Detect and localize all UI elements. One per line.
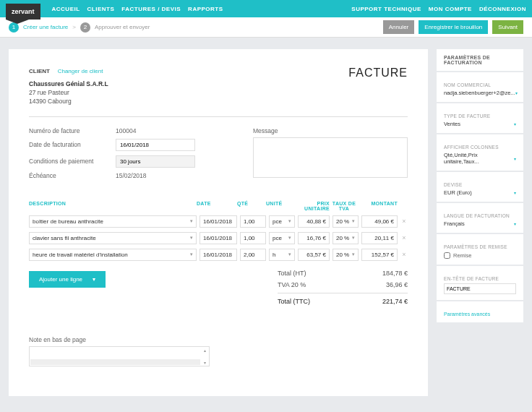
col-unit[interactable]: UNITÉ: [266, 201, 295, 211]
chevron-down-icon: ▾: [514, 190, 516, 195]
line-date-input[interactable]: 16/01/2018: [200, 249, 237, 261]
client-street: 27 rue Pasteur: [29, 89, 108, 98]
nav-logout[interactable]: DÉCONNEXION: [479, 6, 526, 12]
line-qty-input[interactable]: 1,00: [240, 232, 266, 244]
currency-select[interactable]: EUR (Euro)▾: [444, 189, 516, 196]
message-input[interactable]: [253, 137, 408, 178]
commercial-select[interactable]: nadja.siebenbuerger+2@ze...▾: [444, 90, 516, 96]
chevron-down-icon: ▾: [190, 235, 193, 241]
chevron-down-icon: ▾: [190, 218, 193, 224]
step-2-num: 2: [80, 22, 90, 33]
invoice-type-select[interactable]: Ventes▾: [444, 121, 516, 127]
cancel-button[interactable]: Annuler: [383, 20, 415, 34]
col-tax[interactable]: TAUX DE TVA: [330, 201, 359, 211]
chevron-down-icon: ▾: [288, 252, 291, 258]
invoice-date-input[interactable]: [116, 139, 195, 151]
line-row: boîtier de bureau anthracite▾16/01/20181…: [29, 215, 408, 228]
language-select[interactable]: Français▾: [444, 220, 516, 227]
line-amount: 152,57 €: [361, 249, 398, 261]
invoice-type-label: TYPE DE FACTURE: [444, 113, 516, 119]
sidebar-title: PARAMÈTRES DE FACTURATION: [444, 55, 516, 65]
line-tax-select[interactable]: 20 %▾: [332, 232, 359, 244]
line-row: clavier sans fil anthracite▾16/01/20181,…: [29, 232, 408, 244]
invoice-number-value: 100004: [116, 127, 224, 134]
col-amount[interactable]: MONTANT: [359, 201, 398, 211]
due-date-value: 15/02/2018: [116, 172, 224, 179]
delete-line-icon[interactable]: ×: [400, 218, 408, 225]
nav-support[interactable]: SUPPORT TECHNIQUE: [351, 6, 421, 12]
total-ttc-label: Total (TTC): [278, 298, 310, 305]
line-unit-select[interactable]: pce▾: [269, 232, 295, 244]
line-desc-input[interactable]: boîtier de bureau anthracite▾: [29, 215, 197, 228]
client-city: 14390 Cabourg: [29, 98, 108, 106]
line-tax-select[interactable]: 20 %▾: [332, 215, 359, 228]
payment-terms-label: Conditions de paiement: [29, 158, 116, 165]
line-amount: 20,11 €: [361, 232, 398, 244]
chevron-down-icon: ▾: [515, 90, 518, 95]
invoice-date-label: Date de facturation: [29, 141, 116, 148]
line-price-input[interactable]: 63,57 €: [298, 249, 330, 261]
columns-select[interactable]: Qté,Unité,Prix unitaire,Taux...▾: [444, 152, 516, 165]
step-1-label[interactable]: Créer une facture: [23, 24, 68, 30]
invoice-number-label: Numéro de facture: [29, 127, 116, 134]
header-input[interactable]: [444, 283, 516, 294]
delete-line-icon[interactable]: ×: [400, 234, 408, 241]
line-price-input[interactable]: 16,76 €: [298, 232, 330, 244]
discount-label: PARAMÈTRES DE REMISE: [444, 244, 516, 249]
document-title: FACTURE: [348, 66, 408, 80]
client-name: Chaussures Génial S.A.R.L: [29, 80, 108, 89]
col-price[interactable]: PRIX UNITAIRE: [295, 201, 330, 211]
line-qty-input[interactable]: 2,00: [240, 249, 266, 261]
chevron-down-icon: ▾: [352, 235, 355, 241]
chevron-down-icon: ▾: [288, 235, 291, 241]
nav-accueil[interactable]: ACCUEIL: [52, 6, 80, 12]
nav-account[interactable]: MON COMPTE: [429, 6, 472, 12]
footer-note-input[interactable]: ▴▾: [29, 346, 210, 366]
line-price-input[interactable]: 40,88 €: [298, 215, 330, 228]
invoice-panel: CLIENT Changer de client Chaussures Géni…: [9, 49, 428, 396]
payment-terms-select[interactable]: [116, 155, 195, 168]
currency-label: DEVISE: [444, 182, 516, 187]
brand-logo[interactable]: zervant: [6, 4, 40, 20]
line-amount: 49,06 €: [361, 215, 398, 228]
settings-sidebar: PARAMÈTRES DE FACTURATION NOM COMMERCIAL…: [437, 49, 523, 396]
chevron-down-icon: ▾: [514, 156, 516, 161]
step-2-label: Approuver et envoyer: [95, 24, 150, 30]
delete-line-icon[interactable]: ×: [400, 251, 408, 258]
advanced-settings-link[interactable]: Paramètres avancés: [444, 312, 516, 317]
change-client-link[interactable]: Changer de client: [58, 68, 103, 74]
line-unit-select[interactable]: pce▾: [269, 215, 295, 228]
chevron-down-icon: ▾: [288, 218, 291, 225]
line-qty-input[interactable]: 1,00: [240, 215, 266, 228]
chevron-down-icon: ▾: [93, 276, 95, 283]
chevron-down-icon: ▾: [514, 221, 516, 226]
col-qty[interactable]: QTÉ: [237, 201, 266, 211]
nav-factures[interactable]: FACTURES / DEVIS: [121, 6, 181, 12]
columns-label: AFFICHER COLONNES: [444, 145, 516, 150]
line-tax-select[interactable]: 20 %▾: [332, 249, 359, 261]
message-label: Message: [253, 127, 408, 134]
chevron-down-icon: ▾: [190, 252, 193, 257]
col-date[interactable]: DATE: [197, 201, 237, 211]
nav-clients[interactable]: CLIENTS: [87, 6, 115, 12]
add-line-button[interactable]: Ajouter une ligne▾: [29, 271, 106, 288]
total-tva-value: 36,96 €: [386, 281, 408, 288]
save-draft-button[interactable]: Enregistrer le brouillon: [419, 20, 488, 34]
line-desc-input[interactable]: clavier sans fil anthracite▾: [29, 232, 197, 244]
line-unit-select[interactable]: h▾: [269, 249, 295, 261]
total-tva-label: TVA 20 %: [278, 281, 306, 288]
col-description[interactable]: DESCRIPTION: [29, 201, 197, 211]
line-desc-input[interactable]: heure de travail matériel d'installation…: [29, 249, 197, 261]
line-date-input[interactable]: 16/01/2018: [200, 215, 237, 228]
nav-rapports[interactable]: RAPPORTS: [188, 6, 223, 12]
footer-note-label: Note en bas de page: [29, 336, 408, 343]
step-sep: >: [72, 24, 76, 30]
line-row: heure de travail matériel d'installation…: [29, 249, 408, 261]
discount-checkbox[interactable]: Remise: [444, 252, 516, 259]
next-button[interactable]: Suivant: [492, 20, 523, 34]
total-ht-value: 184,78 €: [382, 270, 408, 277]
total-ht-label: Total (HT): [278, 270, 306, 277]
subbar: 1 Créer une facture > 2 Approuver et env…: [0, 17, 532, 38]
line-date-input[interactable]: 16/01/2018: [200, 232, 237, 244]
language-label: LANGUE DE FACTURATION: [444, 213, 516, 218]
